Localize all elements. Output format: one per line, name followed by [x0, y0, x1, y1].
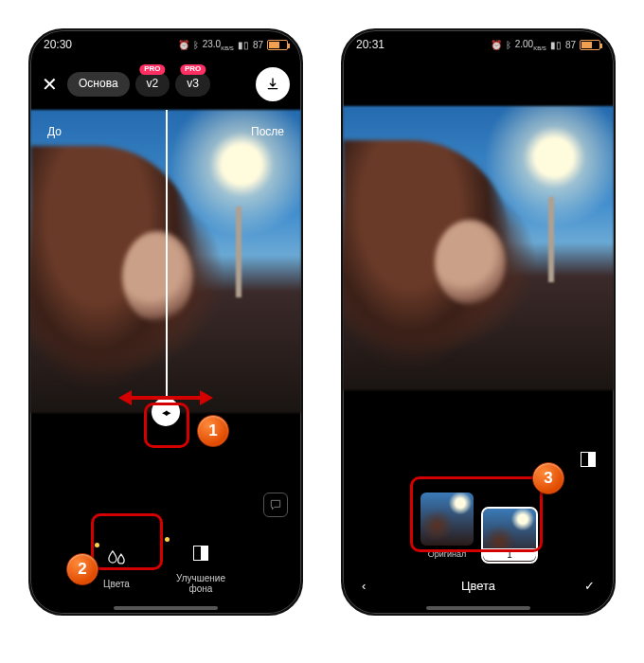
- annotation-badge-3: 3: [532, 462, 564, 494]
- top-bar: ✕ Основа PRO v2 PRO v3: [30, 59, 301, 110]
- battery-icon: [580, 40, 600, 50]
- feedback-button[interactable]: [263, 493, 288, 517]
- status-bar: 20:31 ⏰ ᛒ 2.00KB/S ▮▯ 87: [343, 30, 614, 59]
- compare-divider: [166, 110, 168, 413]
- mode-v3-pill[interactable]: PRO v3: [175, 72, 210, 96]
- download-icon: [265, 77, 280, 92]
- bluetooth-icon: ᛒ: [506, 40, 511, 50]
- annotation-badge-2: 2: [66, 553, 98, 585]
- variant-label: 1: [483, 548, 536, 561]
- tool-label: Цвета: [103, 579, 130, 589]
- photo-canvas[interactable]: [343, 106, 614, 390]
- battery-pct: 87: [565, 40, 576, 50]
- new-dot-icon: [95, 543, 99, 547]
- home-indicator: [426, 606, 530, 610]
- signal-icon: ▮▯: [550, 40, 562, 50]
- battery-pct: 87: [253, 40, 263, 50]
- mode-main-pill[interactable]: Основа: [67, 72, 130, 96]
- bluetooth-icon: ᛒ: [193, 40, 199, 50]
- before-label: До: [38, 121, 71, 142]
- tool-label: Улучшение фона: [172, 573, 229, 594]
- pro-badge: PRO: [139, 64, 165, 75]
- variant-label: Оригинал: [420, 549, 474, 561]
- phone-screenshot-right: 20:31 ⏰ ᛒ 2.00KB/S ▮▯ 87 Оригинал 1 ‹ Цв…: [341, 28, 616, 616]
- home-indicator: [114, 606, 218, 610]
- tool-background-enhance[interactable]: Улучшение фона: [172, 539, 229, 594]
- compare-canvas[interactable]: До После: [30, 110, 301, 413]
- after-label: После: [242, 121, 294, 142]
- speech-bubble-icon: [269, 498, 282, 511]
- net-speed: 2.00KB/S: [515, 39, 546, 51]
- compare-toggle-button[interactable]: [576, 447, 600, 472]
- pro-badge: PRO: [180, 64, 206, 75]
- battery-icon: [267, 40, 288, 50]
- download-button[interactable]: [256, 67, 290, 101]
- phone-screenshot-left: 20:30 ⏰ ᛒ 23.0KB/S ▮▯ 87 ✕ Основа PRO v2…: [28, 28, 303, 616]
- compare-slider-handle[interactable]: [152, 398, 180, 426]
- droplets-icon: [102, 545, 131, 573]
- variant-1[interactable]: 1: [483, 509, 536, 561]
- net-speed: 23.0KB/S: [203, 39, 234, 51]
- close-icon[interactable]: ✕: [42, 73, 58, 96]
- variant-thumb: [420, 493, 474, 546]
- footer-title: Цвета: [343, 579, 614, 593]
- half-square-icon: [187, 539, 215, 567]
- status-bar: 20:30 ⏰ ᛒ 23.0KB/S ▮▯ 87: [30, 30, 301, 59]
- footer-bar: ‹ Цвета ✓: [343, 566, 614, 604]
- signal-icon: ▮▯: [238, 40, 249, 50]
- half-square-icon: [581, 452, 596, 467]
- mode-v2-pill[interactable]: PRO v2: [135, 72, 170, 96]
- status-time: 20:31: [356, 38, 385, 51]
- alarm-icon: ⏰: [178, 40, 189, 50]
- status-time: 20:30: [44, 38, 72, 51]
- variant-original[interactable]: Оригинал: [420, 493, 474, 561]
- new-dot-icon: [165, 537, 170, 542]
- color-variants-row: Оригинал 1: [343, 493, 614, 561]
- alarm-icon: ⏰: [491, 40, 502, 50]
- tool-colors[interactable]: Цвета: [102, 545, 131, 589]
- annotation-badge-1: 1: [197, 415, 229, 447]
